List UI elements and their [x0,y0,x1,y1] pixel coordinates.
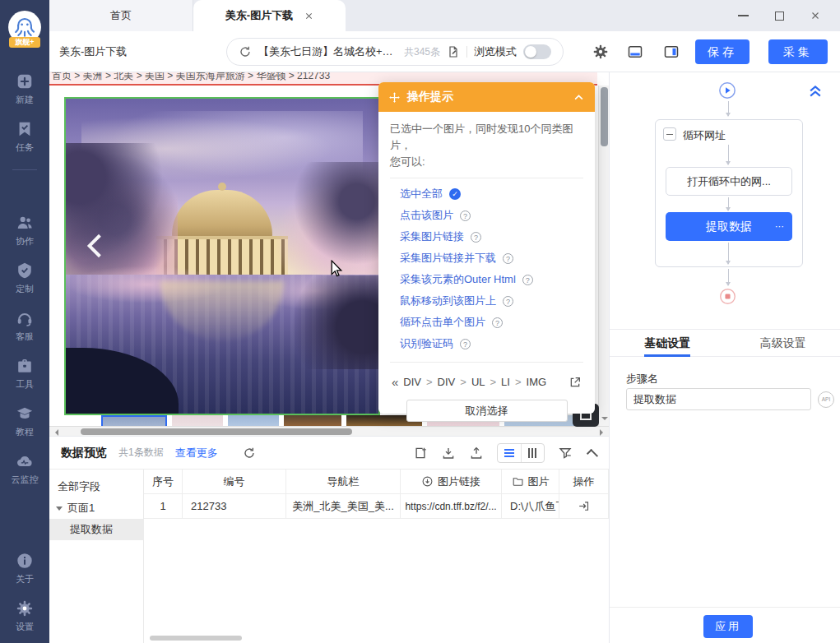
refresh-data-icon[interactable] [243,446,256,460]
page-thumbnail-1[interactable] [101,415,167,426]
help-icon[interactable] [460,210,471,221]
vertical-scroll-thumb[interactable] [601,87,608,146]
selected-image[interactable] [64,97,380,415]
collapse-group-icon[interactable] [663,127,676,141]
tab-active-task[interactable]: 美东-图片下载 [193,0,346,31]
scroll-right-icon[interactable] [600,429,606,436]
doc-edit-icon[interactable] [447,45,460,58]
open-url-step[interactable]: 打开循环中的网... [666,167,792,196]
table-scroll-thumb[interactable] [150,636,242,641]
minimize-button[interactable] [725,0,761,31]
sidebar-item-about[interactable]: 关于 [0,552,49,585]
column-view-icon[interactable] [521,444,545,462]
table-header-cell: 导航栏 [286,470,401,494]
step-name-input[interactable] [626,388,811,410]
dom-path-tag[interactable]: DIV [438,376,456,388]
tab-advanced-settings[interactable]: 高级设置 [726,330,840,356]
sidebar-item-support[interactable]: 客服 [0,309,49,343]
dom-path-tag[interactable]: IMG [527,376,547,388]
scroll-left-icon[interactable] [52,429,58,436]
tips-action-row: 采集该元素的Outer Html [390,269,583,290]
tips-action-5[interactable]: 鼠标移动到该图片上 [400,294,496,308]
tips-header[interactable]: 操作提示 [378,82,595,112]
collapse-panel-icon[interactable] [806,82,824,99]
help-icon[interactable] [492,317,503,328]
scroll-down-icon[interactable] [601,417,608,423]
data-table: 序号编号导航栏图片链接图片操作 1212733美洲_北美_美国_美...http… [144,470,609,519]
tips-action-3[interactable]: 采集图片链接并下载 [400,251,496,266]
filter-icon[interactable] [558,446,573,460]
url-text[interactable]: 【美东七日游】名城名校+世... [258,44,397,59]
settings-gear-icon[interactable] [592,44,609,60]
sidebar-item-tools[interactable]: 工具 [0,357,49,391]
table-cell: https://cdn.tff.bz/f2/... [401,494,502,519]
field-tree: 全部字段 页面1 提取数据 [49,470,144,643]
tips-action-7[interactable]: 识别验证码 [400,336,453,351]
sidebar-item-cloud-monitor[interactable]: 云监控 [0,452,49,486]
browse-mode-toggle[interactable] [523,44,551,59]
tips-action-0[interactable]: 选中全部 [400,187,443,201]
collapse-tips-icon[interactable] [573,91,585,104]
tree-page-node[interactable]: 页面1 [56,501,95,516]
dom-path-tag[interactable]: DIV [403,376,421,388]
sidebar-item-collab[interactable]: 协作 [0,214,49,247]
app-logo[interactable]: 旗舰+ [7,10,42,44]
path-separator: > [460,376,466,388]
api-badge[interactable]: API [818,391,834,408]
extract-data-step[interactable]: 提取数据 ⋯ [666,212,792,241]
vertical-scrollbar[interactable] [598,86,609,426]
tips-action-4[interactable]: 采集该元素的Outer Html [400,272,516,287]
tips-action-1[interactable]: 点击该图片 [400,208,453,223]
collapse-preview-icon[interactable] [587,448,598,460]
sidebar-item-custom[interactable]: 定制 [0,261,49,295]
sidebar-item-tasks[interactable]: 任务 [0,120,49,154]
tips-action-6[interactable]: 循环点击单个图片 [400,315,485,330]
workflow-start-icon[interactable] [718,81,736,99]
step-more-icon[interactable]: ⋯ [775,212,785,241]
tab-basic-settings[interactable]: 基础设置 [610,330,726,356]
flow-arrow [728,145,729,164]
page-thumbnail-3[interactable] [228,415,279,426]
refresh-icon[interactable] [239,45,252,58]
workflow-panel: 循环网址 打开循环中的网... 提取数据 ⋯ 基础设置 高级设置 步骤名 API… [609,72,840,643]
workflow-end-icon[interactable] [719,288,736,305]
save-button[interactable]: 保存 [695,39,750,64]
help-icon[interactable] [460,339,471,349]
maximize-button[interactable] [761,0,797,31]
tips-action-2[interactable]: 采集图片链接 [400,229,464,244]
horizontal-scrollbar[interactable] [49,426,609,436]
table-header-cell: 图片 [502,470,559,494]
external-link-icon[interactable] [569,376,582,389]
help-icon[interactable] [522,275,533,285]
download-icon[interactable] [441,446,456,460]
tree-all-fields[interactable]: 全部字段 [58,479,100,494]
help-icon[interactable] [503,296,513,307]
close-button[interactable] [797,0,833,31]
apply-button[interactable]: 应用 [703,615,753,638]
sidebar-item-settings[interactable]: 设置 [0,599,49,633]
path-collapse-icon[interactable]: « [392,375,398,389]
help-icon[interactable] [471,232,481,243]
cancel-selection-button[interactable]: 取消选择 [406,400,568,422]
add-field-icon[interactable] [413,446,428,460]
row-view-icon[interactable] [498,444,521,462]
collect-button[interactable]: 采集 [768,39,828,64]
sidebar-item-new[interactable]: 新建 [0,72,49,106]
dom-path-tag[interactable]: LI [501,376,510,388]
tab-close-icon[interactable] [304,12,313,21]
dom-path-tag[interactable]: UL [471,376,485,388]
tree-step-node-selected[interactable]: 提取数据 [49,519,144,540]
loop-step-label[interactable]: 循环网址 [683,128,726,143]
open-record-icon[interactable] [578,500,590,512]
tab-home[interactable]: 首页 [49,0,193,31]
page-thumbnail-2[interactable] [172,415,223,426]
help-icon[interactable] [503,253,513,264]
horizontal-scroll-thumb[interactable] [81,428,352,435]
url-bar[interactable]: 【美东七日游】名城名校+世... 共345条 浏览模式 [226,38,564,66]
right-panel-toggle-icon[interactable] [663,44,680,60]
page-thumbnail-4[interactable] [284,415,341,426]
export-icon[interactable] [469,446,484,460]
bottom-panel-toggle-icon[interactable] [627,44,643,60]
sidebar-item-tutorial[interactable]: 教程 [0,405,49,438]
view-more-link[interactable]: 查看更多 [175,446,218,460]
